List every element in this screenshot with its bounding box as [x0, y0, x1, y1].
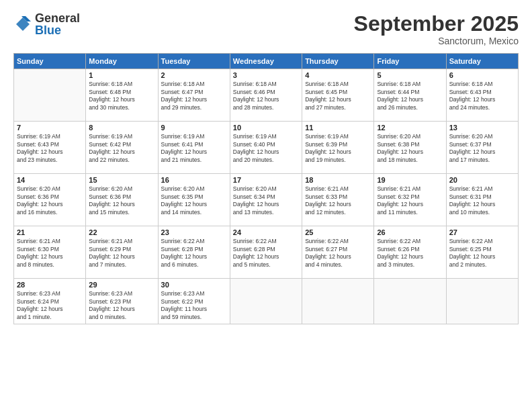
- location-subtitle: Sanctorum, Mexico: [354, 36, 519, 46]
- table-row: 26Sunrise: 6:22 AM Sunset: 6:26 PM Dayli…: [374, 226, 446, 279]
- day-number: 30: [161, 281, 227, 289]
- logo-blue: Blue: [35, 24, 80, 36]
- header-tuesday: Tuesday: [158, 54, 230, 69]
- day-info: Sunrise: 6:20 AM Sunset: 6:37 PM Dayligh…: [449, 133, 515, 164]
- table-row: 15Sunrise: 6:20 AM Sunset: 6:36 PM Dayli…: [86, 174, 158, 226]
- day-number: 25: [305, 228, 371, 236]
- table-row: 30Sunrise: 6:23 AM Sunset: 6:22 PM Dayli…: [158, 279, 230, 324]
- day-number: 5: [377, 71, 443, 79]
- day-number: 21: [17, 228, 83, 236]
- table-row: 22Sunrise: 6:21 AM Sunset: 6:29 PM Dayli…: [86, 226, 158, 279]
- day-number: 17: [233, 176, 299, 184]
- logo-text: General Blue: [35, 12, 80, 36]
- day-info: Sunrise: 6:22 AM Sunset: 6:28 PM Dayligh…: [233, 238, 299, 269]
- day-info: Sunrise: 6:19 AM Sunset: 6:40 PM Dayligh…: [233, 133, 299, 164]
- logo-icon: [13, 15, 32, 34]
- header-saturday: Saturday: [446, 54, 518, 69]
- table-row: 6Sunrise: 6:18 AM Sunset: 6:43 PM Daylig…: [446, 69, 518, 122]
- day-info: Sunrise: 6:18 AM Sunset: 6:45 PM Dayligh…: [305, 81, 371, 111]
- table-row: 27Sunrise: 6:22 AM Sunset: 6:25 PM Dayli…: [446, 226, 518, 279]
- logo: General Blue: [13, 12, 80, 36]
- day-info: Sunrise: 6:20 AM Sunset: 6:38 PM Dayligh…: [377, 133, 443, 164]
- day-number: 28: [17, 281, 83, 289]
- day-number: 18: [305, 176, 371, 184]
- day-info: Sunrise: 6:23 AM Sunset: 6:24 PM Dayligh…: [17, 290, 83, 321]
- day-info: Sunrise: 6:22 AM Sunset: 6:25 PM Dayligh…: [449, 238, 515, 269]
- day-number: 12: [377, 124, 443, 132]
- table-row: 25Sunrise: 6:22 AM Sunset: 6:27 PM Dayli…: [302, 226, 374, 279]
- calendar-table: Sunday Monday Tuesday Wednesday Thursday…: [13, 53, 519, 324]
- table-row: [230, 279, 302, 324]
- day-info: Sunrise: 6:22 AM Sunset: 6:27 PM Dayligh…: [305, 238, 371, 269]
- day-number: 3: [233, 71, 299, 79]
- day-number: 19: [377, 176, 443, 184]
- table-row: 12Sunrise: 6:20 AM Sunset: 6:38 PM Dayli…: [374, 122, 446, 174]
- header-thursday: Thursday: [302, 54, 374, 69]
- day-info: Sunrise: 6:20 AM Sunset: 6:34 PM Dayligh…: [233, 185, 299, 216]
- table-row: 1Sunrise: 6:18 AM Sunset: 6:48 PM Daylig…: [86, 69, 158, 122]
- day-info: Sunrise: 6:19 AM Sunset: 6:41 PM Dayligh…: [161, 133, 227, 164]
- day-info: Sunrise: 6:21 AM Sunset: 6:32 PM Dayligh…: [377, 185, 443, 216]
- day-info: Sunrise: 6:21 AM Sunset: 6:30 PM Dayligh…: [17, 238, 83, 269]
- table-row: 16Sunrise: 6:20 AM Sunset: 6:35 PM Dayli…: [158, 174, 230, 226]
- day-info: Sunrise: 6:18 AM Sunset: 6:48 PM Dayligh…: [89, 81, 154, 111]
- table-row: 24Sunrise: 6:22 AM Sunset: 6:28 PM Dayli…: [230, 226, 302, 279]
- day-number: 14: [17, 176, 83, 184]
- table-row: 8Sunrise: 6:19 AM Sunset: 6:42 PM Daylig…: [86, 122, 158, 174]
- table-row: 13Sunrise: 6:20 AM Sunset: 6:37 PM Dayli…: [446, 122, 518, 174]
- table-row: 23Sunrise: 6:22 AM Sunset: 6:28 PM Dayli…: [158, 226, 230, 279]
- day-number: 4: [305, 71, 371, 79]
- day-info: Sunrise: 6:19 AM Sunset: 6:39 PM Dayligh…: [305, 133, 371, 164]
- day-info: Sunrise: 6:18 AM Sunset: 6:44 PM Dayligh…: [377, 81, 443, 111]
- month-title: September 2025: [354, 12, 519, 36]
- day-number: 29: [89, 281, 154, 289]
- table-row: 29Sunrise: 6:23 AM Sunset: 6:23 PM Dayli…: [86, 279, 158, 324]
- table-row: 4Sunrise: 6:18 AM Sunset: 6:45 PM Daylig…: [302, 69, 374, 122]
- table-row: 28Sunrise: 6:23 AM Sunset: 6:24 PM Dayli…: [14, 279, 86, 324]
- table-row: 17Sunrise: 6:20 AM Sunset: 6:34 PM Dayli…: [230, 174, 302, 226]
- table-row: 10Sunrise: 6:19 AM Sunset: 6:40 PM Dayli…: [230, 122, 302, 174]
- day-info: Sunrise: 6:19 AM Sunset: 6:42 PM Dayligh…: [89, 133, 154, 164]
- day-number: 23: [161, 228, 227, 236]
- day-number: 6: [449, 71, 515, 79]
- header-sunday: Sunday: [14, 54, 86, 69]
- table-row: 19Sunrise: 6:21 AM Sunset: 6:32 PM Dayli…: [374, 174, 446, 226]
- day-number: 10: [233, 124, 299, 132]
- day-info: Sunrise: 6:22 AM Sunset: 6:28 PM Dayligh…: [161, 238, 227, 269]
- day-info: Sunrise: 6:21 AM Sunset: 6:33 PM Dayligh…: [305, 185, 371, 216]
- day-number: 24: [233, 228, 299, 236]
- day-number: 15: [89, 176, 154, 184]
- table-row: 18Sunrise: 6:21 AM Sunset: 6:33 PM Dayli…: [302, 174, 374, 226]
- table-row: 9Sunrise: 6:19 AM Sunset: 6:41 PM Daylig…: [158, 122, 230, 174]
- day-number: 1: [89, 71, 154, 79]
- day-info: Sunrise: 6:18 AM Sunset: 6:46 PM Dayligh…: [233, 81, 299, 111]
- day-number: 9: [161, 124, 227, 132]
- day-info: Sunrise: 6:20 AM Sunset: 6:36 PM Dayligh…: [89, 185, 154, 216]
- day-number: 20: [449, 176, 515, 184]
- day-info: Sunrise: 6:19 AM Sunset: 6:43 PM Dayligh…: [17, 133, 83, 164]
- table-row: 11Sunrise: 6:19 AM Sunset: 6:39 PM Dayli…: [302, 122, 374, 174]
- header-monday: Monday: [86, 54, 158, 69]
- table-row: 3Sunrise: 6:18 AM Sunset: 6:46 PM Daylig…: [230, 69, 302, 122]
- day-info: Sunrise: 6:18 AM Sunset: 6:47 PM Dayligh…: [161, 81, 227, 111]
- day-number: 26: [377, 228, 443, 236]
- day-info: Sunrise: 6:23 AM Sunset: 6:22 PM Dayligh…: [161, 290, 227, 321]
- day-number: 13: [449, 124, 515, 132]
- day-number: 22: [89, 228, 154, 236]
- day-info: Sunrise: 6:21 AM Sunset: 6:29 PM Dayligh…: [89, 238, 154, 269]
- table-row: 5Sunrise: 6:18 AM Sunset: 6:44 PM Daylig…: [374, 69, 446, 122]
- table-row: [14, 69, 86, 122]
- header-friday: Friday: [374, 54, 446, 69]
- day-info: Sunrise: 6:22 AM Sunset: 6:26 PM Dayligh…: [377, 238, 443, 269]
- day-number: 27: [449, 228, 515, 236]
- table-row: 20Sunrise: 6:21 AM Sunset: 6:31 PM Dayli…: [446, 174, 518, 226]
- day-info: Sunrise: 6:18 AM Sunset: 6:43 PM Dayligh…: [449, 81, 515, 111]
- table-row: 21Sunrise: 6:21 AM Sunset: 6:30 PM Dayli…: [14, 226, 86, 279]
- day-number: 7: [17, 124, 83, 132]
- table-row: [446, 279, 518, 324]
- table-row: 2Sunrise: 6:18 AM Sunset: 6:47 PM Daylig…: [158, 69, 230, 122]
- day-info: Sunrise: 6:20 AM Sunset: 6:36 PM Dayligh…: [17, 185, 83, 216]
- day-number: 16: [161, 176, 227, 184]
- day-number: 2: [161, 71, 227, 79]
- day-info: Sunrise: 6:23 AM Sunset: 6:23 PM Dayligh…: [89, 290, 154, 321]
